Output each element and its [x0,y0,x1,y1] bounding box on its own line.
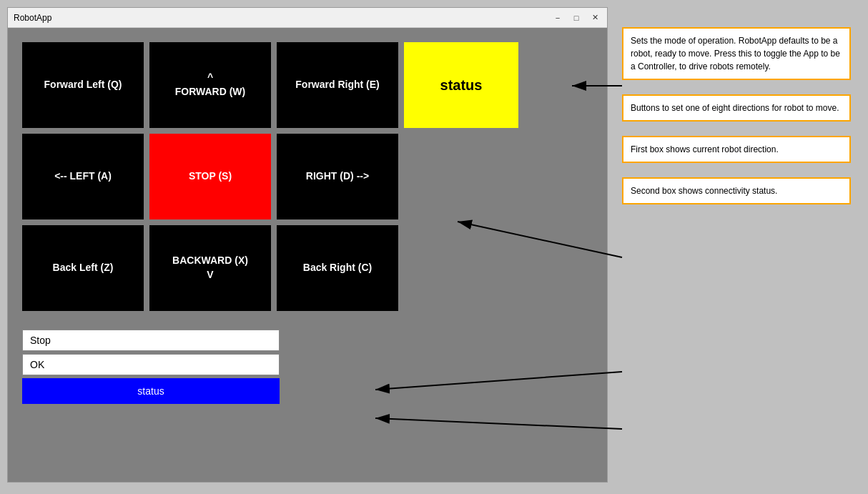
left-button[interactable]: <-- LEFT (A) [22,134,144,219]
minimize-button[interactable]: − [551,14,564,22]
connectivity-display: OK [22,354,280,375]
annotation-directions: Buttons to set one of eight directions f… [622,94,851,122]
maximize-button[interactable]: □ [570,14,583,22]
status-button[interactable]: status [22,378,280,404]
back-left-button[interactable]: Back Left (Z) [22,225,144,311]
forward-right-button[interactable]: Forward Right (E) [277,42,398,128]
window-title: RobotApp [14,13,51,23]
annotation-switch-mode: Sets the mode of operation. RobotApp def… [622,27,851,80]
annotations-panel: Sets the mode of operation. RobotApp def… [622,27,851,204]
direction-display: Stop [22,330,280,351]
direction-grid: Forward Left (Q) ^FORWARD (W) Forward Ri… [22,42,593,311]
main-content: Forward Left (Q) ^FORWARD (W) Forward Ri… [8,28,607,483]
window-controls: − □ ✕ [551,13,601,22]
right-button[interactable]: RIGHT (D) --> [277,134,398,219]
titlebar: RobotApp − □ ✕ [8,8,607,28]
forward-button[interactable]: ^FORWARD (W) [149,42,271,128]
backward-button[interactable]: BACKWARD (X)V [149,225,271,311]
status-area: Stop OK status [22,330,593,404]
empty-cell-1 [404,134,518,219]
empty-cell-2 [404,225,518,311]
forward-left-button[interactable]: Forward Left (Q) [22,42,144,128]
stop-button[interactable]: STOP (S) [149,134,271,219]
back-right-button[interactable]: Back Right (C) [277,225,398,311]
switch-mode-button[interactable]: status [404,42,518,128]
annotation-connectivity: Second box shows connectivity status. [622,177,851,204]
annotation-direction-box: First box shows current robot direction. [622,136,851,163]
close-button[interactable]: ✕ [588,13,601,22]
robot-app-window: RobotApp − □ ✕ Forward Left (Q) ^FORWARD… [7,7,608,483]
